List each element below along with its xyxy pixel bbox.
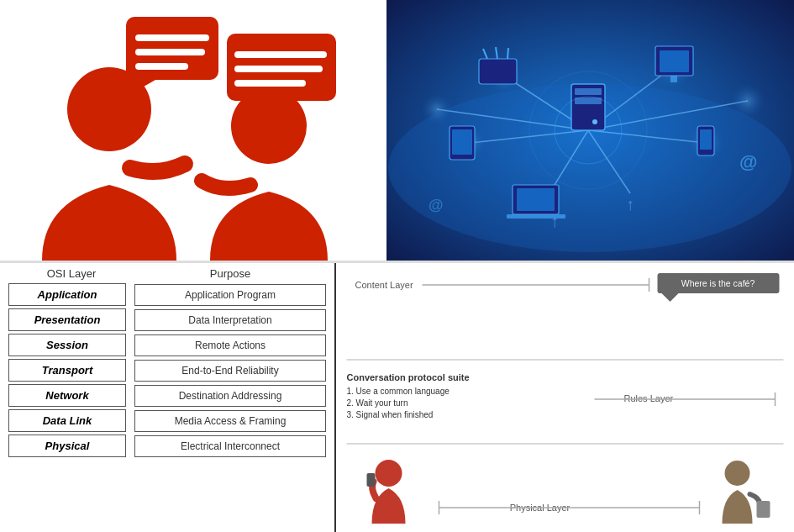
osi-table-row: ApplicationApplication Program	[4, 283, 330, 306]
svg-point-67	[376, 460, 402, 487]
osi-purpose-cell: Electrical Interconnect	[134, 435, 326, 457]
osi-rows: ApplicationApplication ProgramPresentati…	[4, 283, 330, 457]
svg-text:Conversation protocol suite: Conversation protocol suite	[347, 372, 470, 382]
svg-marker-57	[662, 293, 679, 302]
right-image-network: @ @ ↑ ↑	[386, 0, 794, 261]
svg-point-32	[592, 119, 597, 124]
osi-layer-cell: Data Link	[8, 409, 126, 432]
diagram-area: Content Layer Where is the café? Convers…	[336, 263, 794, 532]
svg-text:Where is the café?: Where is the café?	[681, 278, 755, 288]
osi-col1-header: OSI Layer	[8, 267, 134, 280]
osi-purpose-cell: Destination Addressing	[134, 385, 326, 407]
osi-table-header: OSI Layer Purpose	[4, 267, 330, 280]
svg-rect-40	[700, 129, 712, 150]
svg-rect-41	[479, 59, 517, 84]
content-layer-label: Content Layer	[355, 280, 413, 290]
osi-layer-cell: Physical	[8, 435, 126, 457]
svg-rect-74	[757, 501, 770, 518]
svg-text:↑: ↑	[550, 212, 559, 230]
left-image-people	[0, 0, 386, 261]
osi-layer-cell: Network	[8, 384, 126, 407]
svg-text:1. Use a common language: 1. Use a common language	[347, 387, 450, 396]
svg-text:↑: ↑	[626, 195, 634, 213]
bottom-section: OSI Layer Purpose ApplicationApplication…	[0, 263, 794, 532]
osi-table-row: SessionRemote Actions	[4, 334, 330, 356]
osi-table-row: NetworkDestination Addressing	[4, 384, 330, 407]
svg-text:@: @	[739, 151, 757, 172]
osi-layer-cell: Application	[8, 283, 126, 306]
svg-rect-46	[452, 129, 472, 155]
osi-purpose-cell: Remote Actions	[134, 334, 326, 356]
svg-text:@: @	[429, 197, 444, 213]
svg-rect-31	[575, 97, 602, 104]
osi-purpose-cell: Data Interpretation	[134, 309, 326, 331]
osi-layer-cell: Session	[8, 334, 126, 356]
osi-table-row: PhysicalElectrical Interconnect	[4, 435, 330, 457]
osi-purpose-cell: Application Program	[134, 284, 326, 306]
svg-rect-68	[367, 473, 376, 487]
osi-table-row: PresentationData Interpretation	[4, 308, 330, 331]
svg-text:Rules Layer: Rules Layer	[624, 393, 674, 403]
svg-text:3. Signal when finished: 3. Signal when finished	[347, 410, 434, 419]
osi-table-row: TransportEnd-to-End Reliability	[4, 359, 330, 382]
osi-table-row: Data LinkMedia Access & Framing	[4, 409, 330, 432]
osi-purpose-cell: Media Access & Framing	[134, 410, 326, 432]
svg-line-44	[507, 48, 508, 59]
svg-text:2. Wait your turn: 2. Wait your turn	[347, 398, 408, 408]
svg-point-27	[731, 84, 765, 118]
svg-rect-3	[126, 17, 218, 80]
svg-point-28	[422, 94, 452, 124]
osi-table: OSI Layer Purpose ApplicationApplication…	[0, 263, 336, 532]
top-section: @ @ ↑ ↑	[0, 0, 794, 261]
svg-rect-35	[517, 188, 555, 211]
svg-rect-30	[575, 88, 602, 95]
osi-layer-cell: Presentation	[8, 308, 126, 331]
svg-point-73	[725, 461, 750, 486]
osi-layer-cell: Transport	[8, 359, 126, 382]
osi-col2-header: Purpose	[134, 267, 326, 280]
svg-rect-38	[660, 50, 689, 72]
osi-purpose-cell: End-to-End Reliability	[134, 360, 326, 382]
svg-rect-37	[670, 76, 677, 82]
